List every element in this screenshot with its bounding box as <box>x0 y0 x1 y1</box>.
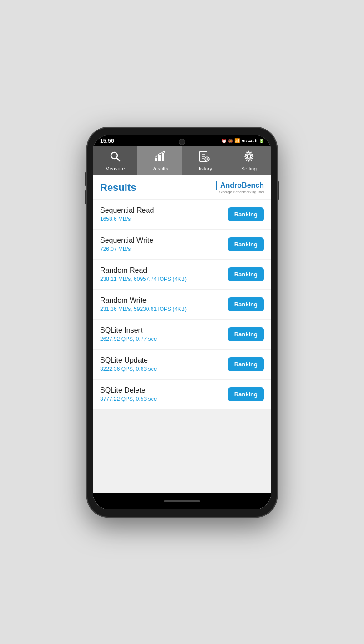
nav-tabs: Measure Results <box>93 146 271 175</box>
svg-rect-4 <box>162 153 164 161</box>
ranking-button-6[interactable]: Ranking <box>228 387 264 401</box>
result-name-4: SQLite Insert <box>100 326 228 334</box>
signal-icon: HD 4G⬆ <box>241 139 258 143</box>
result-value-4: 2627.92 QPS, 0.77 sec <box>100 336 228 342</box>
battery-icon: 🔋 <box>259 139 264 143</box>
result-value-6: 3777.22 QPS, 0.53 sec <box>100 396 228 402</box>
power-button[interactable] <box>278 181 279 200</box>
ranking-button-2[interactable]: Ranking <box>228 267 264 281</box>
camera-lens <box>179 139 185 145</box>
tab-history-label: History <box>197 166 212 171</box>
result-row-sqlite-update: SQLite Update 3222.36 QPS, 0.63 sec Rank… <box>93 350 271 379</box>
ranking-button-0[interactable]: Ranking <box>228 207 264 221</box>
ranking-button-1[interactable]: Ranking <box>228 237 264 251</box>
history-icon <box>198 150 210 164</box>
result-row-sequential-write: Sequential Write 726.07 MB/s Ranking <box>93 230 271 259</box>
tab-results-label: Results <box>152 166 168 171</box>
result-value-0: 1658.6 MB/s <box>100 216 228 222</box>
result-name-0: Sequential Read <box>100 206 228 215</box>
status-time: 15:56 <box>100 138 114 144</box>
ranking-button-5[interactable]: Ranking <box>228 357 264 371</box>
result-name-1: Sequential Write <box>100 236 228 245</box>
result-row-sequential-read: Sequential Read 1658.6 MB/s Ranking <box>93 200 271 229</box>
brand-logo: AndroBench Storage Benchmarking Tool <box>216 181 264 194</box>
results-title: Results <box>100 182 136 194</box>
brand-accent <box>216 181 217 190</box>
result-value-1: 726.07 MB/s <box>100 246 228 252</box>
result-info-sequential-read: Sequential Read 1658.6 MB/s <box>100 206 228 222</box>
result-value-3: 231.36 MB/s, 59230.61 IOPS (4KB) <box>100 306 228 312</box>
results-icon <box>154 150 166 164</box>
setting-icon <box>243 150 255 164</box>
tab-measure-label: Measure <box>106 166 125 171</box>
mute-icon: 🔕 <box>228 139 233 143</box>
result-value-2: 238.11 MB/s, 60957.74 IOPS (4KB) <box>100 276 228 282</box>
brand-black: Bench <box>242 181 264 189</box>
brand-blue: Andro <box>220 181 242 189</box>
tab-results[interactable]: Results <box>137 146 182 175</box>
svg-rect-2 <box>155 158 157 161</box>
tab-setting-label: Setting <box>241 166 257 171</box>
svg-rect-3 <box>158 155 161 161</box>
results-header: Results AndroBench Storage Benchmarking … <box>93 175 271 199</box>
alarm-icon: ⏰ <box>222 139 227 143</box>
empty-space <box>93 409 271 493</box>
result-info-random-write: Random Write 231.36 MB/s, 59230.61 IOPS … <box>100 296 228 312</box>
result-info-sqlite-update: SQLite Update 3222.36 QPS, 0.63 sec <box>100 356 228 372</box>
brand-name: AndroBench <box>220 182 264 189</box>
result-name-6: SQLite Delete <box>100 386 228 394</box>
bottom-bar <box>93 493 271 509</box>
result-row-random-write: Random Write 231.36 MB/s, 59230.61 IOPS … <box>93 290 271 319</box>
result-info-sqlite-delete: SQLite Delete 3777.22 QPS, 0.53 sec <box>100 386 228 402</box>
phone-screen: 15:56 ⏰ 🔕 📶 HD 4G⬆ 🔋 Measure <box>93 135 271 509</box>
ranking-button-3[interactable]: Ranking <box>228 297 264 311</box>
tab-setting[interactable]: Setting <box>227 146 271 175</box>
result-name-5: SQLite Update <box>100 356 228 364</box>
result-row-sqlite-delete: SQLite Delete 3777.22 QPS, 0.53 sec Rank… <box>93 380 271 409</box>
result-name-2: Random Read <box>100 266 228 275</box>
result-row-random-read: Random Read 238.11 MB/s, 60957.74 IOPS (… <box>93 260 271 289</box>
vol-down-button[interactable] <box>85 190 86 204</box>
vol-up-button[interactable] <box>85 172 86 186</box>
brand-sub: Storage Benchmarking Tool <box>219 190 264 194</box>
svg-point-9 <box>205 157 209 161</box>
result-row-sqlite-insert: SQLite Insert 2627.92 QPS, 0.77 sec Rank… <box>93 320 271 349</box>
svg-line-1 <box>117 158 120 161</box>
result-info-random-read: Random Read 238.11 MB/s, 60957.74 IOPS (… <box>100 266 228 282</box>
results-area: Results AndroBench Storage Benchmarking … <box>93 175 271 493</box>
wifi-icon: 📶 <box>234 138 240 143</box>
home-indicator[interactable] <box>164 500 200 502</box>
svg-point-12 <box>247 155 251 158</box>
result-info-sqlite-insert: SQLite Insert 2627.92 QPS, 0.77 sec <box>100 326 228 342</box>
result-info-sequential-write: Sequential Write 726.07 MB/s <box>100 236 228 252</box>
result-name-3: Random Write <box>100 296 228 305</box>
measure-icon <box>109 150 121 164</box>
phone-frame: 15:56 ⏰ 🔕 📶 HD 4G⬆ 🔋 Measure <box>86 127 278 518</box>
ranking-button-4[interactable]: Ranking <box>228 327 264 341</box>
result-value-5: 3222.36 QPS, 0.63 sec <box>100 366 228 372</box>
tab-measure[interactable]: Measure <box>93 146 137 175</box>
tab-history[interactable]: History <box>182 146 227 175</box>
status-icons: ⏰ 🔕 📶 HD 4G⬆ 🔋 <box>222 138 264 143</box>
